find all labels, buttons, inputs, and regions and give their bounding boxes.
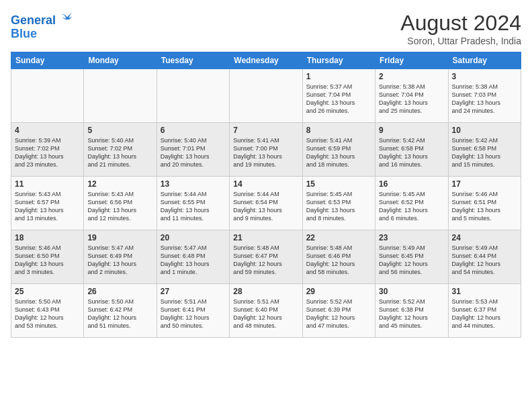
day-number: 12 xyxy=(87,179,152,189)
title-block: August 2024 Soron, Uttar Pradesh, India xyxy=(400,11,521,46)
day-number: 2 xyxy=(379,72,444,81)
day-info: Sunrise: 5:50 AM Sunset: 6:43 PM Dayligh… xyxy=(15,298,80,330)
day-header-wednesday: Wednesday xyxy=(230,52,302,69)
day-number: 5 xyxy=(87,126,152,135)
calendar-cell xyxy=(11,69,84,123)
day-number: 13 xyxy=(161,179,226,189)
calendar-week-1: 1Sunrise: 5:37 AM Sunset: 7:04 PM Daylig… xyxy=(11,69,521,123)
calendar-cell: 27Sunrise: 5:51 AM Sunset: 6:41 PM Dayli… xyxy=(157,284,229,338)
calendar-week-2: 4Sunrise: 5:39 AM Sunset: 7:02 PM Daylig… xyxy=(11,123,521,177)
day-info: Sunrise: 5:42 AM Sunset: 6:58 PM Dayligh… xyxy=(452,136,517,169)
calendar-cell: 2Sunrise: 5:38 AM Sunset: 7:04 PM Daylig… xyxy=(375,69,448,123)
day-number: 1 xyxy=(306,72,371,81)
day-number: 30 xyxy=(379,287,444,296)
day-info: Sunrise: 5:48 AM Sunset: 6:47 PM Dayligh… xyxy=(233,244,298,277)
calendar-cell: 19Sunrise: 5:47 AM Sunset: 6:49 PM Dayli… xyxy=(84,230,157,284)
day-number: 21 xyxy=(233,233,298,242)
day-number: 25 xyxy=(15,287,80,296)
day-info: Sunrise: 5:44 AM Sunset: 6:55 PM Dayligh… xyxy=(161,190,226,223)
day-info: Sunrise: 5:37 AM Sunset: 7:04 PM Dayligh… xyxy=(306,83,371,116)
day-info: Sunrise: 5:39 AM Sunset: 7:02 PM Dayligh… xyxy=(15,136,80,169)
calendar-cell: 3Sunrise: 5:38 AM Sunset: 7:03 PM Daylig… xyxy=(448,69,521,123)
day-number: 20 xyxy=(161,233,226,242)
calendar-cell: 30Sunrise: 5:52 AM Sunset: 6:38 PM Dayli… xyxy=(375,284,448,338)
day-info: Sunrise: 5:42 AM Sunset: 6:58 PM Dayligh… xyxy=(379,136,444,169)
calendar-cell: 4Sunrise: 5:39 AM Sunset: 7:02 PM Daylig… xyxy=(11,123,84,177)
logo: General Blue xyxy=(11,11,74,41)
day-info: Sunrise: 5:51 AM Sunset: 6:40 PM Dayligh… xyxy=(233,298,298,330)
calendar-table: SundayMondayTuesdayWednesdayThursdayFrid… xyxy=(11,52,521,338)
calendar-cell: 10Sunrise: 5:42 AM Sunset: 6:58 PM Dayli… xyxy=(448,123,521,177)
calendar-cell: 29Sunrise: 5:52 AM Sunset: 6:39 PM Dayli… xyxy=(302,284,375,338)
day-number: 31 xyxy=(452,287,517,296)
calendar-cell: 23Sunrise: 5:49 AM Sunset: 6:45 PM Dayli… xyxy=(375,230,448,284)
day-info: Sunrise: 5:47 AM Sunset: 6:49 PM Dayligh… xyxy=(87,244,152,277)
day-number: 7 xyxy=(233,126,298,135)
calendar-cell: 24Sunrise: 5:49 AM Sunset: 6:44 PM Dayli… xyxy=(448,230,521,284)
logo-text-blue: Blue xyxy=(11,27,37,40)
day-info: Sunrise: 5:38 AM Sunset: 7:03 PM Dayligh… xyxy=(452,83,517,116)
calendar-week-3: 11Sunrise: 5:43 AM Sunset: 6:57 PM Dayli… xyxy=(11,177,521,230)
day-header-saturday: Saturday xyxy=(448,52,521,69)
calendar-week-5: 25Sunrise: 5:50 AM Sunset: 6:43 PM Dayli… xyxy=(11,284,521,338)
day-header-sunday: Sunday xyxy=(11,52,84,69)
day-info: Sunrise: 5:49 AM Sunset: 6:44 PM Dayligh… xyxy=(452,244,517,277)
day-number: 14 xyxy=(233,179,298,189)
day-number: 18 xyxy=(15,233,80,242)
calendar-cell: 6Sunrise: 5:40 AM Sunset: 7:01 PM Daylig… xyxy=(157,123,229,177)
day-info: Sunrise: 5:43 AM Sunset: 6:56 PM Dayligh… xyxy=(87,190,152,223)
day-number: 17 xyxy=(452,179,517,189)
calendar-cell: 31Sunrise: 5:53 AM Sunset: 6:37 PM Dayli… xyxy=(448,284,521,338)
day-info: Sunrise: 5:40 AM Sunset: 7:01 PM Dayligh… xyxy=(161,136,226,169)
day-info: Sunrise: 5:44 AM Sunset: 6:54 PM Dayligh… xyxy=(233,190,298,223)
calendar-cell: 14Sunrise: 5:44 AM Sunset: 6:54 PM Dayli… xyxy=(230,177,302,230)
day-info: Sunrise: 5:38 AM Sunset: 7:04 PM Dayligh… xyxy=(379,83,444,116)
calendar-cell: 22Sunrise: 5:48 AM Sunset: 6:46 PM Dayli… xyxy=(302,230,375,284)
calendar-cell: 21Sunrise: 5:48 AM Sunset: 6:47 PM Dayli… xyxy=(230,230,302,284)
calendar-cell xyxy=(84,69,157,123)
day-info: Sunrise: 5:41 AM Sunset: 7:00 PM Dayligh… xyxy=(233,136,298,169)
calendar-week-4: 18Sunrise: 5:46 AM Sunset: 6:50 PM Dayli… xyxy=(11,230,521,284)
day-number: 28 xyxy=(233,287,298,296)
calendar-cell xyxy=(157,69,229,123)
day-number: 11 xyxy=(15,179,80,189)
day-number: 22 xyxy=(306,233,371,242)
logo-bird-icon xyxy=(60,11,74,24)
day-info: Sunrise: 5:40 AM Sunset: 7:02 PM Dayligh… xyxy=(87,136,152,169)
day-info: Sunrise: 5:45 AM Sunset: 6:52 PM Dayligh… xyxy=(379,190,444,223)
day-header-monday: Monday xyxy=(84,52,157,69)
calendar-cell xyxy=(230,69,302,123)
calendar-cell: 18Sunrise: 5:46 AM Sunset: 6:50 PM Dayli… xyxy=(11,230,84,284)
day-info: Sunrise: 5:46 AM Sunset: 6:51 PM Dayligh… xyxy=(452,190,517,223)
calendar-cell: 5Sunrise: 5:40 AM Sunset: 7:02 PM Daylig… xyxy=(84,123,157,177)
calendar-cell: 15Sunrise: 5:45 AM Sunset: 6:53 PM Dayli… xyxy=(302,177,375,230)
calendar-cell: 9Sunrise: 5:42 AM Sunset: 6:58 PM Daylig… xyxy=(375,123,448,177)
day-info: Sunrise: 5:52 AM Sunset: 6:38 PM Dayligh… xyxy=(379,298,444,330)
calendar-cell: 20Sunrise: 5:47 AM Sunset: 6:48 PM Dayli… xyxy=(157,230,229,284)
day-info: Sunrise: 5:41 AM Sunset: 6:59 PM Dayligh… xyxy=(306,136,371,169)
day-info: Sunrise: 5:52 AM Sunset: 6:39 PM Dayligh… xyxy=(306,298,371,330)
day-info: Sunrise: 5:53 AM Sunset: 6:37 PM Dayligh… xyxy=(452,298,517,330)
day-header-friday: Friday xyxy=(375,52,448,69)
day-number: 26 xyxy=(87,287,152,296)
calendar-cell: 25Sunrise: 5:50 AM Sunset: 6:43 PM Dayli… xyxy=(11,284,84,338)
day-number: 24 xyxy=(452,233,517,242)
day-info: Sunrise: 5:50 AM Sunset: 6:42 PM Dayligh… xyxy=(87,298,152,330)
calendar-cell: 12Sunrise: 5:43 AM Sunset: 6:56 PM Dayli… xyxy=(84,177,157,230)
calendar-cell: 11Sunrise: 5:43 AM Sunset: 6:57 PM Dayli… xyxy=(11,177,84,230)
day-info: Sunrise: 5:43 AM Sunset: 6:57 PM Dayligh… xyxy=(15,190,80,223)
day-header-tuesday: Tuesday xyxy=(157,52,229,69)
page-header: General Blue August 2024 Soron, Uttar Pr… xyxy=(11,11,521,46)
day-number: 15 xyxy=(306,179,371,189)
calendar-cell: 13Sunrise: 5:44 AM Sunset: 6:55 PM Dayli… xyxy=(157,177,229,230)
day-number: 8 xyxy=(306,126,371,135)
day-number: 19 xyxy=(87,233,152,242)
day-info: Sunrise: 5:45 AM Sunset: 6:53 PM Dayligh… xyxy=(306,190,371,223)
logo-text-general: General xyxy=(11,13,56,27)
days-header-row: SundayMondayTuesdayWednesdayThursdayFrid… xyxy=(11,52,521,69)
day-number: 29 xyxy=(306,287,371,296)
calendar-cell: 26Sunrise: 5:50 AM Sunset: 6:42 PM Dayli… xyxy=(84,284,157,338)
day-info: Sunrise: 5:46 AM Sunset: 6:50 PM Dayligh… xyxy=(15,244,80,277)
calendar-cell: 16Sunrise: 5:45 AM Sunset: 6:52 PM Dayli… xyxy=(375,177,448,230)
day-number: 23 xyxy=(379,233,444,242)
